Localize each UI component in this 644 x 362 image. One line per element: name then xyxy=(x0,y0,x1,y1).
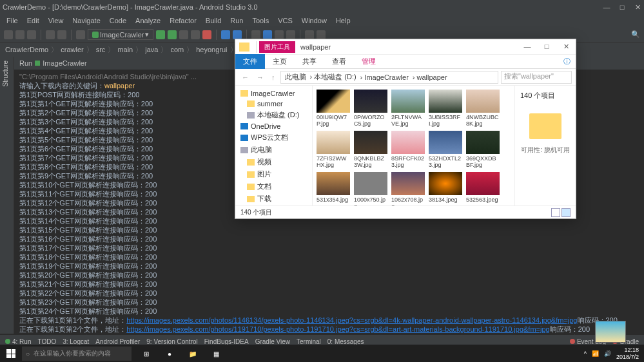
tool-tab[interactable]: 3: Logcat xyxy=(63,338,89,345)
maximize-icon[interactable]: □ xyxy=(618,3,626,12)
file-thumb[interactable]: 532563.jpeg xyxy=(466,172,500,205)
redo-icon[interactable] xyxy=(57,30,66,39)
revert-icon[interactable] xyxy=(286,30,295,39)
system-tray[interactable]: ^ 📶 🔊 12:18 2018/7/2 xyxy=(579,347,644,361)
app-icon[interactable]: ▦ xyxy=(205,345,227,362)
tool-tab[interactable]: 0: Messages xyxy=(327,338,364,345)
up-icon[interactable]: ↑ xyxy=(269,73,278,81)
structure-tab[interactable]: Structure xyxy=(0,57,11,91)
run-config-selector[interactable]: ImageCrawler ▾ xyxy=(88,29,153,40)
file-thumb[interactable]: 7ZFIS2WWHX.jpg xyxy=(317,131,350,168)
avd-icon[interactable] xyxy=(221,30,230,39)
breadcrumb-item[interactable]: crawler xyxy=(61,46,83,53)
tool-tab[interactable]: Android Profiler xyxy=(95,338,140,345)
tree-node[interactable]: 下载 xyxy=(238,193,309,205)
breadcrumb-item[interactable]: src xyxy=(96,46,106,53)
clock[interactable]: 12:18 2018/7/2 xyxy=(616,347,639,361)
run-icon[interactable] xyxy=(156,30,165,39)
search-box[interactable]: 搜索"wallpaper" xyxy=(501,71,572,84)
menu-run[interactable]: Run xyxy=(226,15,247,26)
start-button[interactable] xyxy=(0,345,22,362)
taskbar-preview[interactable] xyxy=(595,321,626,343)
tree-node[interactable]: 图片 xyxy=(238,168,309,180)
hammer-icon[interactable] xyxy=(76,30,85,39)
save-icon[interactable] xyxy=(15,30,24,39)
file-thumb[interactable]: 38134.jpeg xyxy=(429,172,462,205)
breadcrumb-item[interactable]: heyongrui xyxy=(196,46,227,53)
menu-code[interactable]: Code xyxy=(106,15,130,26)
back-icon[interactable] xyxy=(305,30,314,39)
tab-share[interactable]: 共享 xyxy=(295,54,324,69)
volume-icon[interactable]: 🔊 xyxy=(604,350,611,357)
menu-navigate[interactable]: Navigate xyxy=(68,15,104,26)
file-thumb[interactable]: 53ZHDXTL23.jpg xyxy=(429,131,462,168)
sync-icon[interactable] xyxy=(27,30,36,39)
commit-icon[interactable] xyxy=(263,30,272,39)
forward-icon[interactable]: → xyxy=(254,73,266,81)
explorer-icon[interactable]: 📁 xyxy=(182,345,204,362)
path-segment[interactable]: › wallpaper xyxy=(411,73,449,81)
menu-view[interactable]: View xyxy=(44,15,68,26)
tab-home[interactable]: 主页 xyxy=(265,54,295,69)
sdk-icon[interactable] xyxy=(233,30,242,39)
view-switcher[interactable] xyxy=(551,208,571,217)
tool-tab[interactable]: 9: Version Control xyxy=(146,338,198,345)
tray-up-icon[interactable]: ^ xyxy=(584,350,587,357)
tree-node[interactable]: 文档 xyxy=(238,180,309,193)
file-grid[interactable]: 00IU9IQW7P.jpg0PiWORZOC5.jpg2FLTNVWAVE.j… xyxy=(313,86,514,205)
attach-icon[interactable] xyxy=(191,30,200,39)
tab-file[interactable]: 文件 xyxy=(235,54,265,69)
file-thumb[interactable]: 8QNKBLBZ3W.jpg xyxy=(354,131,387,168)
menu-vcs[interactable]: VCS xyxy=(274,15,297,26)
profile-icon[interactable] xyxy=(179,30,188,39)
open-icon[interactable] xyxy=(4,30,13,39)
menu-analyze[interactable]: Analyze xyxy=(132,15,164,26)
tree-node[interactable]: 此电脑 xyxy=(238,144,309,156)
close-icon[interactable]: ✕ xyxy=(634,3,641,12)
path-segment[interactable]: › ImageCrawler xyxy=(359,73,410,81)
breadcrumb-item[interactable]: com xyxy=(170,46,184,53)
back-icon[interactable]: ← xyxy=(239,73,251,81)
help-icon[interactable]: ⓘ xyxy=(558,57,576,66)
tab-manage[interactable]: 管理 xyxy=(354,54,384,69)
close-icon[interactable]: ✕ xyxy=(556,43,576,51)
path-segment[interactable]: 此电脑 xyxy=(284,72,307,82)
menu-window[interactable]: Window xyxy=(298,15,331,26)
maximize-icon[interactable]: □ xyxy=(537,43,556,51)
path-segment[interactable]: › 本地磁盘 (D:) xyxy=(309,72,358,82)
address-bar[interactable]: 此电脑› 本地磁盘 (D:)› ImageCrawler› wallpaper xyxy=(280,71,499,84)
file-thumb[interactable]: 369QXXDBBF.jpg xyxy=(466,131,500,168)
menu-build[interactable]: Build xyxy=(202,15,225,26)
tree-node[interactable]: 本地磁盘 (D:) xyxy=(238,109,309,121)
menu-file[interactable]: File xyxy=(3,15,22,26)
menu-help[interactable]: Help xyxy=(332,15,355,26)
menu-edit[interactable]: Edit xyxy=(23,15,43,26)
tree-node[interactable]: summer xyxy=(238,99,309,109)
tool-tab[interactable]: Gradle View xyxy=(255,338,290,345)
minimize-icon[interactable]: — xyxy=(518,43,537,51)
tree-node[interactable]: OneDrive xyxy=(238,121,309,131)
file-thumb[interactable]: 8SRFCFK023.jpg xyxy=(391,131,425,168)
file-thumb[interactable]: 0PiWORZOC5.jpg xyxy=(354,90,387,127)
file-thumb[interactable]: 00IU9IQW7P.jpg xyxy=(317,90,350,127)
tool-tab[interactable]: Terminal xyxy=(297,338,321,345)
debug-icon[interactable] xyxy=(168,30,177,39)
breadcrumb-item[interactable]: main xyxy=(117,46,133,53)
file-thumb[interactable]: 2FLTNVWAVE.jpg xyxy=(391,90,425,127)
file-thumb[interactable]: 1000x750.jpg xyxy=(354,172,387,205)
file-thumb[interactable]: 3UBISS3RFI.jpg xyxy=(429,90,462,127)
taskbar-search[interactable]: ○在这里输入你要搜索的内容 xyxy=(22,347,132,361)
tree-node[interactable]: 视频 xyxy=(238,156,309,168)
console-link[interactable]: https://images.pexels.com/photos/1146134… xyxy=(126,316,577,324)
tree-node[interactable]: WPS云文档 xyxy=(238,131,309,144)
tool-tab[interactable]: FindBugs-IDEA xyxy=(204,338,249,345)
undo-icon[interactable] xyxy=(46,30,55,39)
chrome-icon[interactable]: ● xyxy=(159,345,181,362)
tab-view[interactable]: 查看 xyxy=(324,54,354,69)
task-view-icon[interactable]: ⊞ xyxy=(135,345,157,362)
file-thumb[interactable]: 531x354.jpg xyxy=(317,172,350,205)
breadcrumb-item[interactable]: java xyxy=(145,46,158,53)
tool-tab[interactable]: 4: Run xyxy=(5,338,31,345)
console-link[interactable]: https://images.pexels.com/photos/1191710… xyxy=(126,325,549,333)
search-icon[interactable]: 🔍 xyxy=(631,30,640,39)
